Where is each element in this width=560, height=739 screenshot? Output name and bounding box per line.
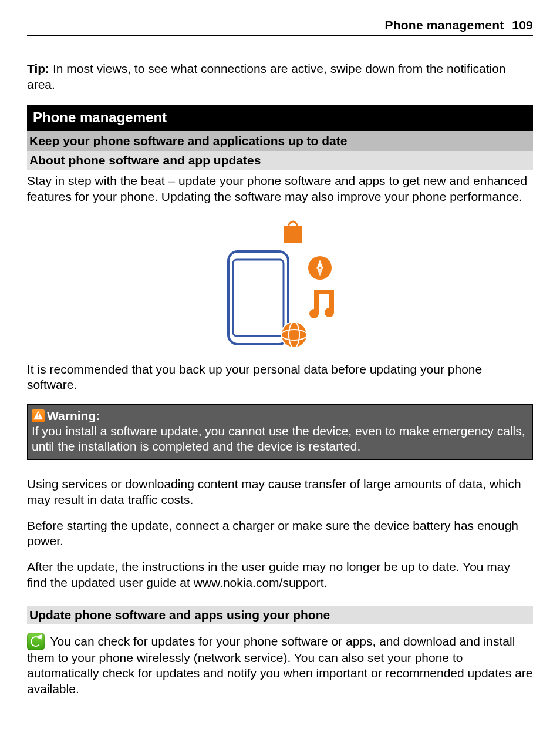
data-costs-paragraph: Using services or downloading content ma… [27,476,533,508]
music-icon [309,290,334,318]
svg-rect-2 [233,260,284,336]
section2-heading: Update phone software and apps using you… [27,606,533,624]
warning-text: If you install a software update, you ca… [32,424,528,455]
backup-paragraph: It is recommended that you back up your … [27,362,533,393]
tip-label: Tip: [27,62,49,75]
warning-heading: Warning: [32,408,528,424]
tip-block: Tip: In most views, to see what connecti… [27,61,533,92]
update-illustration [27,215,533,354]
subsection-heading: About phone software and app updates [27,151,533,170]
header-page-number: 109 [512,18,533,32]
compass-icon [308,256,332,280]
page: Phone management109 Tip: In most views, … [0,0,560,739]
svg-rect-0 [284,226,302,243]
user-guide-paragraph: After the update, the instructions in th… [27,559,533,590]
update-paragraph-text: You can check for updates for your phone… [27,634,532,696]
chapter-title-bar: Phone management [27,105,533,131]
running-header: Phone management109 [27,0,533,36]
header-section: Phone management [385,18,504,32]
warning-icon [32,409,45,422]
warning-label: Warning: [47,408,100,424]
software-update-icon [27,633,45,650]
svg-rect-1 [228,251,288,344]
section-heading: Keep your phone software and application… [27,131,533,151]
phone-outline-icon [228,251,288,344]
warning-box: Warning: If you install a software updat… [27,404,533,461]
update-paragraph: You can check for updates for your phone… [27,633,533,697]
intro-paragraph: Stay in step with the beat – update your… [27,173,533,204]
charger-paragraph: Before starting the update, connect a ch… [27,518,533,549]
shopping-bag-icon [284,221,302,243]
tip-text: In most views, to see what connections a… [27,62,506,90]
globe-icon [281,322,307,348]
